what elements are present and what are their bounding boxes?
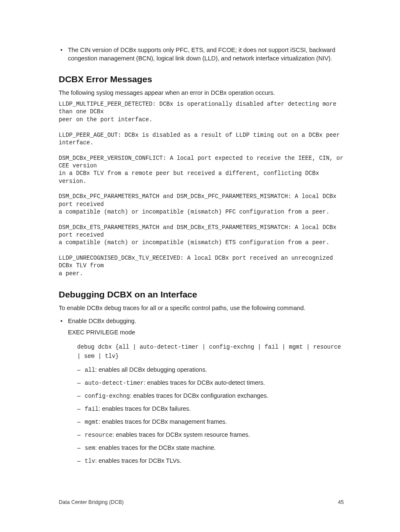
option-name: sem — [85, 445, 95, 451]
option-name: config-exchng — [85, 393, 130, 399]
footer-page-number: 45 — [338, 499, 344, 505]
option-desc: : enables traces for the DCBx state mach… — [95, 444, 216, 451]
debug-command: debug dcbx {all | auto-detect-timer | co… — [77, 343, 344, 361]
step-enable-debugging: Enable DCBx debugging. EXEC PRIVILEGE mo… — [59, 317, 344, 466]
exec-mode: EXEC PRIVILEGE mode — [68, 328, 344, 337]
option-item: mgmt: enables traces for DCBx management… — [77, 417, 344, 427]
option-name: all — [85, 367, 95, 373]
option-item: tlv: enables traces for DCBx TLVs. — [77, 456, 344, 466]
footer-left: Data Center Bridging (DCB) — [59, 499, 124, 505]
option-desc: : enables traces for DCBx auto-detect ti… — [144, 379, 265, 386]
option-name: auto-detect-timer — [85, 380, 144, 386]
option-desc: : enables traces for DCBx system resourc… — [112, 431, 250, 438]
option-desc: : enables traces for DCBx failures. — [99, 405, 191, 412]
option-item: sem: enables traces for the DCBx state m… — [77, 443, 344, 453]
option-name: resource — [85, 432, 112, 438]
option-desc: : enables traces for DCBx configuration … — [130, 392, 268, 399]
intro-bullet-text: The CIN version of DCBx supports only PF… — [68, 47, 335, 62]
section-title-debugging: Debugging DCBX on an Interface — [59, 289, 344, 300]
section1-lead: The following syslog messages appear whe… — [59, 89, 344, 97]
option-desc: : enables traces for DCBx management fra… — [99, 418, 227, 425]
option-name: fail — [85, 406, 99, 412]
section-title-error-messages: DCBX Error Messages — [59, 74, 344, 84]
option-name: tlv — [85, 458, 95, 464]
option-item: fail: enables traces for DCBx failures. — [77, 404, 344, 414]
page-content: The CIN version of DCBx supports only PF… — [59, 46, 344, 469]
option-desc: : enables traces for DCBx TLVs. — [95, 457, 182, 464]
option-item: config-exchng: enables traces for DCBx c… — [77, 391, 344, 401]
option-item: auto-detect-timer: enables traces for DC… — [77, 378, 344, 388]
syslog-messages: LLDP_MULTIPLE_PEER_DETECTED: DCBx is ope… — [59, 101, 344, 278]
option-item: resource: enables traces for DCBx system… — [77, 430, 344, 440]
option-desc: : enables all DCBx debugging operations. — [95, 366, 207, 373]
option-name: mgmt — [85, 419, 99, 425]
option-list: all: enables all DCBx debugging operatio… — [77, 365, 344, 466]
step-label: Enable DCBx debugging. — [68, 318, 136, 324]
option-item: all: enables all DCBx debugging operatio… — [77, 365, 344, 375]
intro-bullet: The CIN version of DCBx supports only PF… — [59, 46, 344, 63]
step-details: debug dcbx {all | auto-detect-timer | co… — [68, 343, 344, 466]
page-footer: Data Center Bridging (DCB) 45 — [59, 499, 344, 505]
section2-lead: To enable DCBx debug traces for all or a… — [59, 304, 344, 313]
